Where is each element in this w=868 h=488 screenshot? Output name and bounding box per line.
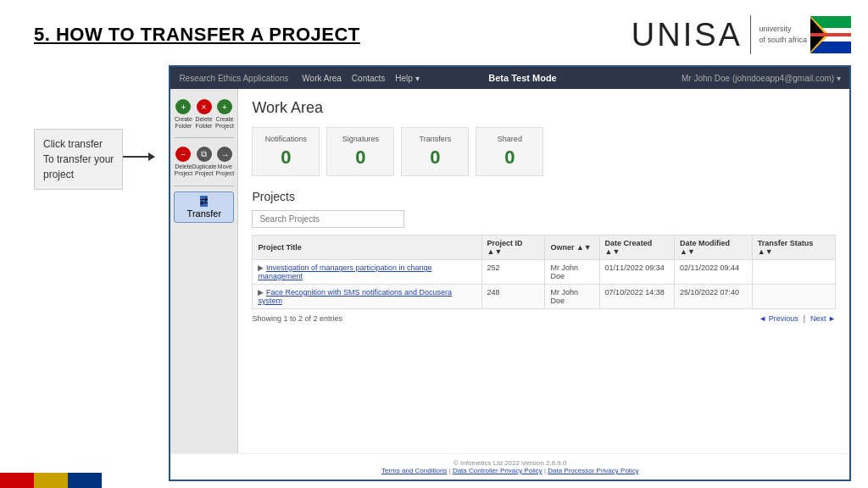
- move-project-button[interactable]: → Move Project: [215, 143, 234, 180]
- projects-section-title: Projects: [252, 190, 836, 203]
- row2-expand-icon[interactable]: ▶: [258, 288, 264, 297]
- table-footer: Showing 1 to 2 of 2 entries ◄ Previous |…: [252, 314, 836, 323]
- move-project-icon: →: [217, 147, 232, 162]
- work-area-content: Work Area Notifications 0 Signatures 0 T…: [238, 89, 849, 453]
- sidebar: + Create Folder × Delete Folder + Create…: [170, 89, 238, 453]
- terms-link[interactable]: Terms and Conditions: [381, 467, 447, 474]
- stat-notifications: Notifications 0: [252, 127, 320, 176]
- row2-id: 248: [481, 285, 545, 309]
- annotation-line3: project: [43, 167, 114, 182]
- nav-brand: Research Ethics Applications: [179, 74, 288, 83]
- create-folder-button[interactable]: + Create Folder: [174, 96, 192, 132]
- delete-folder-icon: ×: [197, 99, 212, 114]
- page-title: 5. HOW TO TRANSFER A PROJECT: [34, 24, 360, 46]
- sidebar-divider-2: [174, 186, 234, 186]
- app-window: Research Ethics Applications Work Area C…: [169, 65, 851, 481]
- nav-work-area[interactable]: Work Area: [302, 74, 342, 83]
- stat-notifications-label: Notifications: [264, 135, 307, 143]
- col-date-created: Date Created ▲▼: [599, 236, 674, 260]
- stripe-blue: [68, 473, 102, 488]
- stat-signatures: Signatures 0: [326, 127, 394, 176]
- logo-flag-icon: [810, 16, 851, 53]
- stat-signatures-value: 0: [339, 147, 381, 169]
- logo-divider: [750, 15, 752, 54]
- transfer-icon: ⇄: [200, 196, 208, 207]
- col-owner: Owner ▲▼: [545, 236, 599, 260]
- create-project-button[interactable]: + Create Project: [215, 96, 235, 132]
- delete-project-button[interactable]: − Delete Project: [174, 143, 192, 180]
- app-body: + Create Folder × Delete Folder + Create…: [170, 89, 849, 453]
- arrow-head-icon: [148, 152, 155, 161]
- row1-date-modified: 02/11/2022 09:44: [675, 260, 753, 285]
- annotation-line1: Click transfer: [43, 136, 114, 152]
- row2-title: ▶ Face Recognition with SMS notification…: [253, 285, 481, 309]
- next-page-button[interactable]: Next ►: [810, 314, 836, 323]
- data-processor-link[interactable]: Data Processor Privacy Policy: [548, 467, 638, 474]
- row2-date-modified: 25/10/2022 07:40: [675, 285, 753, 309]
- row1-project-link[interactable]: Investigation of managers participation …: [258, 263, 431, 280]
- nav-links: Work Area Contacts Help ▾: [302, 74, 419, 83]
- prev-page-button[interactable]: ◄ Previous: [759, 314, 798, 323]
- row2-project-link[interactable]: Face Recognition with SMS notifications …: [258, 288, 452, 305]
- col-date-modified: Date Modified ▲▼: [675, 236, 753, 260]
- row1-transfer-status: [752, 260, 835, 285]
- copyright: © Infometics Ltd 2022 Version 2.6.9.0: [175, 459, 844, 467]
- stat-transfers: Transfers 0: [401, 127, 469, 176]
- footer-links: Terms and Conditions | Data Controller P…: [175, 467, 844, 474]
- row1-title: ▶ Investigation of managers participatio…: [253, 260, 481, 285]
- table-entry-count: Showing 1 to 2 of 2 entries: [252, 314, 342, 323]
- user-info[interactable]: Mr John Doe (johndoeapp4@gmail.com) ▾: [682, 74, 841, 83]
- stat-transfers-label: Transfers: [414, 135, 456, 143]
- stat-shared-label: Shared: [488, 135, 531, 143]
- stat-signatures-label: Signatures: [339, 135, 381, 143]
- table-row: ▶ Face Recognition with SMS notification…: [253, 285, 836, 309]
- bottom-stripe: [0, 473, 102, 488]
- annotation-area: Click transfer To transfer your project: [34, 129, 155, 488]
- pagination-divider: |: [804, 314, 805, 323]
- search-input[interactable]: [252, 210, 404, 228]
- pagination: ◄ Previous | Next ►: [759, 314, 836, 323]
- annotation-arrow: [123, 152, 155, 161]
- annotation-box: Click transfer To transfer your project: [34, 129, 123, 190]
- row1-date-created: 01/11/2022 09:34: [599, 260, 674, 285]
- stat-transfers-value: 0: [414, 147, 456, 169]
- projects-table: Project Title Project ID ▲▼ Owner ▲▼ Dat…: [252, 235, 836, 309]
- transfer-button[interactable]: ⇄ Transfer: [174, 191, 234, 223]
- stat-shared-value: 0: [488, 147, 531, 169]
- stats-row: Notifications 0 Signatures 0 Transfers 0…: [252, 127, 836, 176]
- arrow-line: [123, 156, 148, 158]
- duplicate-project-button[interactable]: ⧉ Duplicate Project: [194, 143, 214, 180]
- row2-owner: Mr John Doe: [545, 285, 599, 309]
- delete-folder-button[interactable]: × Delete Folder: [195, 96, 214, 132]
- work-area-title: Work Area: [252, 99, 836, 117]
- svg-rect-11: [810, 33, 851, 36]
- stat-shared: Shared 0: [476, 127, 543, 176]
- create-folder-icon: +: [175, 99, 191, 114]
- annotation-line2: To transfer your: [43, 152, 114, 167]
- sidebar-row-1: + Create Folder × Delete Folder + Create…: [174, 96, 234, 132]
- row1-owner: Mr John Doe: [545, 260, 599, 285]
- row1-id: 252: [481, 260, 545, 285]
- sidebar-divider-1: [174, 137, 234, 138]
- app-footer: © Infometics Ltd 2022 Version 2.6.9.0 Te…: [170, 453, 849, 480]
- table-row: ▶ Investigation of managers participatio…: [253, 260, 836, 285]
- nav-help[interactable]: Help ▾: [395, 74, 419, 83]
- table-header-row: Project Title Project ID ▲▼ Owner ▲▼ Dat…: [253, 236, 836, 260]
- col-project-title: Project Title: [253, 236, 481, 260]
- col-transfer-status: Transfer Status ▲▼: [752, 236, 835, 260]
- main-content: Click transfer To transfer your project …: [0, 61, 868, 488]
- page-header: 5. HOW TO TRANSFER A PROJECT UNISA unive…: [0, 0, 868, 61]
- logo-area: UNISA university of south africa: [632, 15, 851, 54]
- col-project-id: Project ID ▲▼: [481, 236, 545, 260]
- row1-expand-icon[interactable]: ▶: [258, 263, 264, 272]
- logo-subtitle: university of south africa: [759, 24, 807, 45]
- row2-transfer-status: [752, 285, 835, 309]
- delete-project-icon: −: [175, 147, 191, 162]
- duplicate-project-icon: ⧉: [197, 147, 212, 162]
- create-project-icon: +: [217, 99, 232, 114]
- stat-notifications-value: 0: [264, 147, 307, 169]
- stripe-gold: [34, 473, 68, 488]
- sidebar-row-2: − Delete Project ⧉ Duplicate Project → M…: [174, 143, 234, 180]
- data-controller-link[interactable]: Data Controller Privacy Policy: [453, 467, 542, 474]
- nav-contacts[interactable]: Contacts: [352, 74, 385, 83]
